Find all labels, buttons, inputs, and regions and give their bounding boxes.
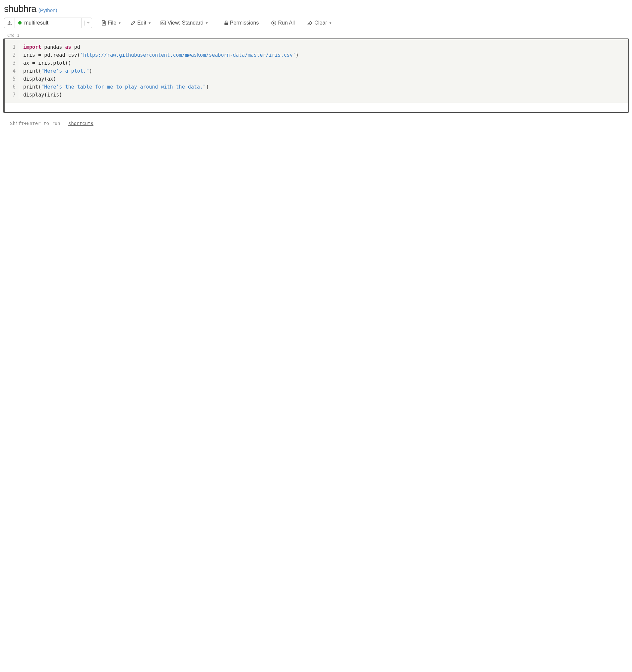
run-all-button[interactable]: Run All [267, 18, 299, 28]
line-number: 1 [5, 43, 16, 51]
line-number: 6 [5, 83, 16, 91]
run-all-label: Run All [278, 20, 295, 26]
language-tag: (Python) [39, 7, 57, 13]
clear-menu-button[interactable]: Clear ▼ [303, 18, 337, 28]
line-number: 2 [5, 51, 16, 59]
cluster-name: multiresult [24, 20, 48, 26]
code-editor[interactable]: import pandas as pdiris = pd.read_csv('h… [19, 43, 628, 99]
lock-icon [224, 21, 228, 26]
divider-icon: | [83, 20, 85, 26]
play-circle-icon [271, 21, 276, 26]
image-icon [161, 21, 166, 25]
code-line[interactable]: iris = pd.read_csv('https://raw.githubus… [23, 51, 628, 59]
caret-down-icon: ▼ [205, 21, 208, 25]
view-menu-button[interactable]: View: Standard ▼ [156, 18, 213, 28]
svg-rect-1 [7, 24, 9, 25]
file-label: File [108, 20, 116, 26]
run-hint: Shift+Enter to run [10, 121, 60, 126]
caret-down-icon: ▼ [148, 21, 151, 25]
toolbar: multiresult | File ▼ [4, 18, 628, 28]
svg-rect-6 [224, 23, 228, 25]
sitemap-icon [7, 21, 12, 25]
code-line[interactable]: import pandas as pd [23, 43, 628, 51]
svg-rect-3 [10, 24, 11, 25]
svg-rect-2 [9, 24, 10, 25]
notebook-title[interactable]: shubhra [4, 4, 37, 14]
line-number: 7 [5, 91, 16, 99]
cluster-selector[interactable]: multiresult | [4, 18, 92, 28]
edit-menu-button[interactable]: Edit ▼ [126, 18, 156, 28]
title-row: shubhra (Python) [4, 4, 628, 14]
code-area[interactable]: 1 2 3 4 5 6 7 import pandas as pdiris = … [5, 39, 628, 103]
cluster-tree-button[interactable] [4, 18, 15, 28]
svg-rect-0 [9, 21, 10, 22]
line-number: 4 [5, 67, 16, 75]
edit-label: Edit [137, 20, 147, 26]
caret-down-icon: ▼ [118, 21, 121, 25]
line-number: 3 [5, 59, 16, 67]
code-line[interactable]: display(ax) [23, 75, 628, 83]
cell-label: Cmd 1 [0, 31, 632, 39]
file-icon [101, 20, 106, 26]
code-line[interactable]: print("Here's a plot.") [23, 67, 628, 75]
eraser-icon [307, 21, 313, 25]
cell-container: 1 2 3 4 5 6 7 import pandas as pdiris = … [3, 39, 629, 113]
line-number: 5 [5, 75, 16, 83]
view-label: View: Standard [167, 20, 203, 26]
code-line[interactable]: ax = iris.plot() [23, 59, 628, 67]
cell-footer [5, 103, 628, 112]
shortcuts-link[interactable]: shortcuts [68, 121, 94, 126]
permissions-button[interactable]: Permissions [219, 18, 263, 28]
file-menu-button[interactable]: File ▼ [97, 18, 126, 28]
notebook-header: shubhra (Python) multiresult [0, 0, 632, 31]
cluster-dropdown-button[interactable]: | [81, 18, 92, 28]
caret-down-icon: ▼ [329, 21, 332, 25]
cluster-name-area[interactable]: multiresult [15, 20, 81, 26]
edit-icon [131, 21, 136, 26]
line-number-gutter: 1 2 3 4 5 6 7 [5, 43, 19, 99]
clear-label: Clear [314, 20, 327, 26]
chevron-down-icon [87, 21, 90, 25]
code-line[interactable]: display(iris) [23, 91, 628, 99]
code-cell[interactable]: 1 2 3 4 5 6 7 import pandas as pdiris = … [3, 39, 629, 113]
hint-bar: Shift+Enter to run shortcuts [0, 116, 632, 126]
status-dot-icon [18, 21, 22, 25]
svg-point-5 [162, 22, 163, 23]
code-line[interactable]: print("Here's the table for me to play a… [23, 83, 628, 91]
permissions-label: Permissions [230, 20, 259, 26]
